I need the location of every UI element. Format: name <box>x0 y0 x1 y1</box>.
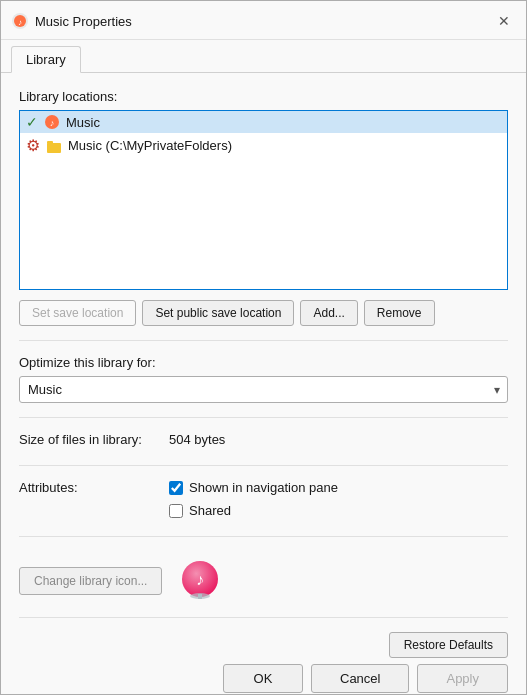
tab-bar: Library <box>1 40 526 73</box>
set-public-save-location-button[interactable]: Set public save location <box>142 300 294 326</box>
divider-2 <box>19 417 508 418</box>
divider-1 <box>19 340 508 341</box>
svg-rect-6 <box>47 141 53 144</box>
restore-defaults-button[interactable]: Restore Defaults <box>389 632 508 658</box>
set-save-location-button[interactable]: Set save location <box>19 300 136 326</box>
shown-in-nav-row: Shown in navigation pane <box>169 480 338 495</box>
library-button-row: Set save location Set public save locati… <box>19 300 508 326</box>
remove-button[interactable]: Remove <box>364 300 435 326</box>
private-item-text: Music (C:\MyPrivateFolders) <box>68 138 232 153</box>
folder-icon <box>46 138 62 154</box>
svg-text:♪: ♪ <box>196 571 204 588</box>
music-item-text: Music <box>66 115 100 130</box>
close-button[interactable]: ✕ <box>492 9 516 33</box>
icon-section: Change library icon... ♪ <box>19 559 508 603</box>
library-locations-label: Library locations: <box>19 89 508 104</box>
window-icon: ♪ <box>11 12 29 30</box>
shared-label: Shared <box>189 503 231 518</box>
optimize-select-wrapper: Music General Items Documents Pictures V… <box>19 376 508 403</box>
shared-row: Shared <box>169 503 338 518</box>
add-button[interactable]: Add... <box>300 300 357 326</box>
attributes-label: Attributes: <box>19 480 99 522</box>
svg-text:♪: ♪ <box>18 18 22 27</box>
music-app-icon: ♪ <box>178 559 222 603</box>
check-icon: ✓ <box>26 114 38 130</box>
footer-divider <box>19 617 508 618</box>
svg-rect-5 <box>47 143 61 153</box>
title-bar: ♪ Music Properties ✕ <box>1 1 526 40</box>
window-title: Music Properties <box>35 14 132 29</box>
apply-button[interactable]: Apply <box>417 664 508 693</box>
ok-button[interactable]: OK <box>223 664 303 693</box>
main-content: Library locations: ✓ ♪ Music ⚙ <box>1 73 526 613</box>
svg-rect-9 <box>198 594 202 599</box>
optimize-label: Optimize this library for: <box>19 355 508 370</box>
shown-in-nav-label: Shown in navigation pane <box>189 480 338 495</box>
window: ♪ Music Properties ✕ Library Library loc… <box>0 0 527 695</box>
library-item-music[interactable]: ✓ ♪ Music <box>20 111 507 133</box>
change-library-icon-button[interactable]: Change library icon... <box>19 567 162 595</box>
shown-in-nav-checkbox[interactable] <box>169 481 183 495</box>
size-value: 504 bytes <box>169 432 225 447</box>
divider-3 <box>19 465 508 466</box>
attributes-section: Attributes: Shown in navigation pane Sha… <box>19 480 508 522</box>
title-bar-left: ♪ Music Properties <box>11 12 132 30</box>
wrench-cross-icon: ⚙ <box>26 136 40 155</box>
svg-text:♪: ♪ <box>50 118 55 128</box>
music-icon: ♪ <box>44 114 60 130</box>
library-item-private[interactable]: ⚙ Music (C:\MyPrivateFolders) <box>20 133 507 158</box>
action-row: OK Cancel Apply <box>19 664 508 693</box>
attributes-values: Shown in navigation pane Shared <box>169 480 338 522</box>
footer: Restore Defaults OK Cancel Apply <box>1 613 526 695</box>
divider-4 <box>19 536 508 537</box>
size-label: Size of files in library: <box>19 432 169 447</box>
tab-library[interactable]: Library <box>11 46 81 73</box>
cancel-button[interactable]: Cancel <box>311 664 409 693</box>
library-list: ✓ ♪ Music ⚙ Music (C:\MyPrivateFolders) <box>19 110 508 290</box>
shared-checkbox[interactable] <box>169 504 183 518</box>
restore-row: Restore Defaults <box>19 632 508 658</box>
size-row: Size of files in library: 504 bytes <box>19 432 508 447</box>
optimize-select[interactable]: Music General Items Documents Pictures V… <box>19 376 508 403</box>
